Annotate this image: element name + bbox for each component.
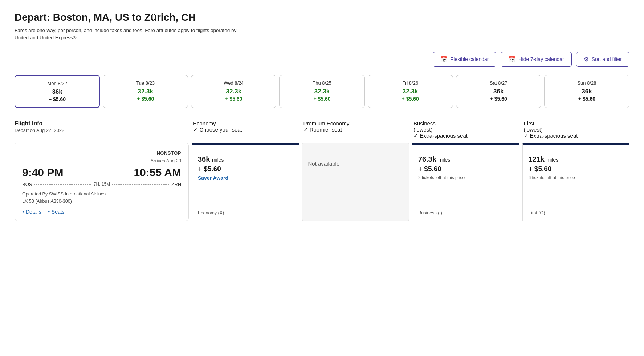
- calendar-icon: 📅: [440, 56, 448, 63]
- cal-date-label: Sat 8/27: [460, 80, 537, 86]
- cal-cash: + $5.60: [283, 96, 360, 102]
- cal-date-label: Fri 8/26: [372, 80, 449, 86]
- fare-miles: 76.3k miles: [418, 155, 513, 163]
- cal-miles: 32.3k: [107, 88, 184, 95]
- cal-date-label: Thu 8/25: [283, 80, 360, 86]
- sort-filter-button[interactable]: ⚙ Sort and filter: [576, 52, 629, 67]
- cabin-sub-3[interactable]: (lowest): [524, 126, 625, 133]
- toolbar: 📅 Flexible calendar 📅 Hide 7-day calenda…: [15, 52, 629, 67]
- cal-date-label: Tue 8/23: [107, 80, 184, 86]
- arrive-time: 10:55 AM: [134, 166, 181, 179]
- cal-cash: + $5.60: [372, 96, 449, 102]
- calendar-row: Mon 8/22 36k + $5.60 Tue 8/23 32.3k + $5…: [15, 75, 629, 108]
- calendar-day-6[interactable]: Sun 8/28 36k + $5.60: [544, 75, 629, 108]
- flight-info-title: Flight Info: [15, 120, 184, 127]
- tickets-left: 6 tickets left at this price: [529, 175, 624, 180]
- filter-icon: ⚙: [584, 56, 589, 63]
- cabin-header-undefined: First (lowest) ✓ Extra-spacious seat: [519, 118, 630, 143]
- cabin-name-2[interactable]: Business: [413, 120, 515, 126]
- calendar-day-4[interactable]: Fri 8/26 32.3k + $5.60: [368, 75, 453, 108]
- fare-col-first[interactable]: 121k miles + $5.60 6 tickets left at thi…: [522, 143, 630, 221]
- hide-calendar-button[interactable]: 📅 Hide 7-day calendar: [501, 52, 571, 67]
- check-icon-1: ✓: [303, 126, 308, 133]
- details-link[interactable]: ▾ Details: [22, 209, 41, 215]
- calendar-day-3[interactable]: Thu 8/25 32.3k + $5.60: [279, 75, 364, 108]
- calendar-day-1[interactable]: Tue 8/23 32.3k + $5.60: [103, 75, 188, 108]
- flight-depart-date: Depart on Aug 22, 2022: [15, 128, 184, 133]
- cal-cash: + $5.60: [195, 96, 272, 102]
- check-icon-2: ✓: [413, 133, 418, 139]
- fare-cash: + $5.60: [529, 165, 624, 173]
- cabin-feature-1: ✓ Roomier seat: [303, 126, 405, 133]
- fare-miles: 36k miles: [198, 155, 293, 163]
- chevron-down-icon: ▾: [22, 209, 24, 214]
- cabin-header-undefined: Economy ✓ Choose your seat: [189, 118, 299, 143]
- cal-miles: 32.3k: [372, 88, 449, 95]
- cabin-name-3[interactable]: First: [524, 120, 625, 126]
- cabin-class-label: First (O): [529, 205, 624, 215]
- cal-cash: + $5.60: [107, 96, 184, 102]
- cabin-name-0[interactable]: Economy: [193, 120, 295, 126]
- column-headers: Flight Info Depart on Aug 22, 2022 Econo…: [15, 118, 629, 143]
- destination-code: ZRH: [171, 182, 181, 187]
- cal-date-label: Mon 8/22: [19, 81, 95, 86]
- cal-cash: + $5.60: [460, 96, 537, 102]
- not-available-text: Not available: [308, 161, 403, 167]
- cal-miles: 36k: [460, 88, 537, 95]
- flight-number: LX 53 (Airbus A330-300): [22, 199, 181, 204]
- flight-info-card: NONSTOP Arrives Aug 23 9:40 PM 10:55 AM …: [15, 143, 189, 221]
- cabin-name-1[interactable]: Premium Economy: [303, 120, 405, 126]
- calendar-day-0[interactable]: Mon 8/22 36k + $5.60: [15, 75, 100, 108]
- nonstop-label: NONSTOP: [22, 150, 181, 156]
- tickets-left: 2 tickets left at this price: [418, 175, 513, 180]
- flexible-calendar-button[interactable]: 📅 Flexible calendar: [433, 52, 497, 67]
- cabin-feature-0: ✓ Choose your seat: [193, 126, 295, 133]
- fare-cash: + $5.60: [198, 165, 293, 173]
- duration-label: 7H, 15M: [94, 182, 110, 187]
- calendar-day-2[interactable]: Wed 8/24 32.3k + $5.60: [191, 75, 276, 108]
- depart-time: 9:40 PM: [22, 166, 63, 179]
- page-subtitle: Fares are one-way, per person, and inclu…: [15, 27, 247, 42]
- flight-card-row: NONSTOP Arrives Aug 23 9:40 PM 10:55 AM …: [15, 143, 629, 221]
- operated-by: Operated By SWISS International Airlines: [22, 191, 181, 197]
- page-title: Depart: Boston, MA, US to Zürich, CH: [15, 12, 629, 23]
- fare-miles: 121k miles: [529, 155, 624, 163]
- fare-col-premium_economy[interactable]: Not available: [302, 143, 409, 221]
- cal-date-label: Sun 8/28: [548, 80, 625, 86]
- cabin-sub-2[interactable]: (lowest): [413, 126, 515, 133]
- cabin-class-label: Economy (X): [198, 205, 293, 215]
- fare-col-business[interactable]: 76.3k miles + $5.60 2 tickets left at th…: [412, 143, 519, 221]
- cal-miles: 32.3k: [283, 88, 360, 95]
- cal-cash: + $5.60: [548, 96, 625, 102]
- cal-miles: 32.3k: [195, 88, 272, 95]
- cal-miles: 36k: [19, 88, 95, 96]
- cal-date-label: Wed 8/24: [195, 80, 272, 86]
- cabin-class-label: Business (I): [418, 205, 513, 215]
- cabin-feature-2: ✓ Extra-spacious seat: [413, 133, 515, 139]
- cal-cash: + $5.60: [19, 96, 95, 102]
- calendar-icon-2: 📅: [508, 56, 515, 63]
- seats-link[interactable]: ▾ Seats: [48, 209, 65, 215]
- fare-cash: + $5.60: [418, 165, 513, 173]
- flight-info-header-cell: Flight Info Depart on Aug 22, 2022: [15, 118, 189, 143]
- arrives-label: Arrives Aug 23: [22, 158, 181, 163]
- cabin-header-undefined: Business (lowest) ✓ Extra-spacious seat: [409, 118, 519, 143]
- cal-miles: 36k: [548, 88, 625, 95]
- chevron-down-icon-2: ▾: [48, 209, 50, 214]
- origin-code: BOS: [22, 182, 32, 187]
- saver-award-label: Saver Award: [198, 175, 293, 181]
- check-icon-0: ✓: [193, 126, 198, 133]
- calendar-day-5[interactable]: Sat 8/27 36k + $5.60: [456, 75, 541, 108]
- cabin-feature-3: ✓ Extra-spacious seat: [524, 133, 625, 139]
- check-icon-3: ✓: [524, 133, 529, 139]
- fare-col-economy[interactable]: 36k miles + $5.60 Saver Award Economy (X…: [192, 143, 299, 221]
- cabin-header-undefined: Premium Economy ✓ Roomier seat: [299, 118, 409, 143]
